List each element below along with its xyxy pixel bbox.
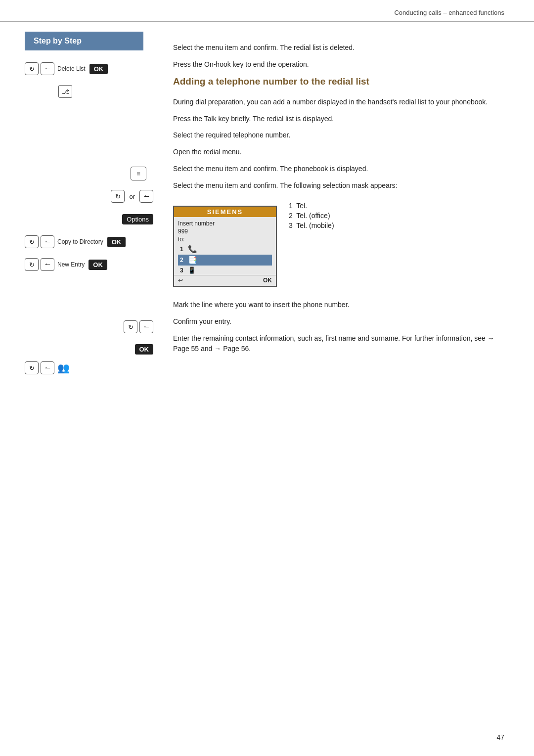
talk-key-row: ≡ xyxy=(25,164,158,183)
step4: Select the menu item and confirm. The ph… xyxy=(173,164,504,175)
tel-item-1: 1 Tel. xyxy=(289,202,334,210)
tel-list: 1 Tel. 2 Tel. (office) 3 Tel. (mobile) xyxy=(289,202,334,231)
scroll-up-icon[interactable]: ↼ xyxy=(41,62,54,75)
new-entry-label: New Entry xyxy=(57,261,85,268)
scroll-down-icon4[interactable]: ↻ xyxy=(25,258,39,271)
options-button[interactable]: Options xyxy=(122,214,153,224)
contact-book-icon: 👥 xyxy=(57,362,70,374)
tel-label-1: Tel. xyxy=(296,202,307,210)
or-row: ↻ or ↼ xyxy=(25,187,158,206)
phone-to-label: to: xyxy=(178,236,272,243)
new-entry-icons: ↻ ↼ xyxy=(25,258,54,271)
step-confirm: Confirm your entry. xyxy=(173,316,504,327)
phone-item-2[interactable]: 2 📑 xyxy=(178,255,272,266)
delete-list-desc: Select the menu item and confirm. The re… xyxy=(173,43,504,53)
delete-list-row: ↻ ↼ Delete List OK xyxy=(25,59,158,78)
phone-footer: ↩ OK xyxy=(174,275,276,286)
scroll-up-icon2[interactable]: ↼ xyxy=(139,190,153,203)
delete-list-ok[interactable]: OK xyxy=(89,64,108,74)
phone-office-icon: 📑 xyxy=(188,256,197,265)
step5: Select the menu item and confirm. The fo… xyxy=(173,180,504,191)
tel-num-2: 2 xyxy=(289,212,293,220)
scroll-up-icon3[interactable]: ↼ xyxy=(41,235,54,248)
copy-dir-ok[interactable]: OK xyxy=(107,237,126,247)
phone-item-num-3: 3 xyxy=(180,267,186,274)
phone-item-3[interactable]: 3 📱 xyxy=(178,266,272,275)
page-header: Conducting calls – enhanced functions xyxy=(0,0,534,22)
tel-item-3: 3 Tel. (mobile) xyxy=(289,222,334,229)
phone-display: SIEMENS Insert number 999 to: 1 📞 2 📑 xyxy=(173,206,277,287)
right-column: Select the menu item and confirm. The re… xyxy=(158,22,534,739)
scroll-down-icon6[interactable]: ↻ xyxy=(25,361,39,374)
step2: Select the required telephone number. xyxy=(173,130,504,141)
tel-num-3: 3 xyxy=(289,222,293,229)
new-entry-row: ↻ ↼ New Entry OK xyxy=(25,255,158,274)
left-column: Step by Step ↻ ↼ Delete List OK ⎇ ≡ ↻ or… xyxy=(0,22,158,739)
mark-line-row: ↻ ↼ xyxy=(25,317,158,336)
copy-to-directory-label: Copy to Directory xyxy=(57,238,103,245)
phone-tel-icon: 📞 xyxy=(188,245,197,254)
or-text: or xyxy=(129,193,135,200)
delete-list-label: Delete List xyxy=(57,65,86,72)
new-entry-ok[interactable]: OK xyxy=(89,260,107,270)
phone-number: 999 xyxy=(178,228,272,235)
on-hook-desc: Press the On-hook key to end the operati… xyxy=(173,59,504,70)
step-mark: Mark the line where you want to insert t… xyxy=(173,300,504,311)
header-text: Conducting calls – enhanced functions xyxy=(394,9,504,16)
tel-item-2: 2 Tel. (office) xyxy=(289,212,334,220)
para1: During dial preparation, you can add a n… xyxy=(173,97,504,108)
contact-info-row: ↻ ↼ 👥 xyxy=(25,358,158,377)
phone-insert-label: Insert number xyxy=(178,220,272,227)
section-title: Adding a telephone number to the redial … xyxy=(173,76,504,88)
step-by-step-label: Step by Step xyxy=(25,32,143,50)
scroll-up-icon4[interactable]: ↼ xyxy=(41,258,54,271)
step3: Open the redial menu. xyxy=(173,147,504,158)
tel-label-3: Tel. (mobile) xyxy=(296,222,334,229)
tel-num-1: 1 xyxy=(289,202,293,210)
tel-label-2: Tel. (office) xyxy=(296,212,330,220)
phone-back-icon[interactable]: ↩ xyxy=(178,277,183,284)
scroll-down-icon5[interactable]: ↻ xyxy=(124,320,137,333)
phone-brand: SIEMENS xyxy=(174,207,276,217)
confirm-ok-row: OK xyxy=(25,344,158,355)
contact-icons: ↻ ↼ xyxy=(25,361,54,374)
copy-dir-icons: ↻ ↼ xyxy=(25,235,54,248)
phone-item-num-1: 1 xyxy=(180,246,186,253)
step1: Press the Talk key briefly. The redial l… xyxy=(173,114,504,125)
phone-body: Insert number 999 to: 1 📞 2 📑 3 📱 xyxy=(174,217,276,275)
display-area: SIEMENS Insert number 999 to: 1 📞 2 📑 xyxy=(173,197,504,296)
delete-list-icons: ↻ ↼ xyxy=(25,62,54,75)
phone-ok[interactable]: OK xyxy=(263,277,272,284)
menu-icon[interactable]: ≡ xyxy=(131,167,146,180)
scroll-up-icon6[interactable]: ↼ xyxy=(41,361,54,374)
phone-item-num-2: 2 xyxy=(180,257,186,264)
scroll-up-icon5[interactable]: ↼ xyxy=(139,320,153,333)
phone-item-1[interactable]: 1 📞 xyxy=(178,244,272,255)
onhook-row: ⎇ xyxy=(58,82,158,101)
scroll-down-icon2[interactable]: ↻ xyxy=(111,190,125,203)
scroll-down-icon[interactable]: ↻ xyxy=(25,62,39,75)
options-row: Options xyxy=(25,210,158,228)
phone-mobile-icon: 📱 xyxy=(188,267,196,274)
step-contact: Enter the remaining contact information,… xyxy=(173,333,504,355)
copy-to-directory-row: ↻ ↼ Copy to Directory OK xyxy=(25,232,158,251)
scroll-down-icon3[interactable]: ↻ xyxy=(25,235,39,248)
confirm-ok-button[interactable]: OK xyxy=(135,344,154,355)
onhook-icon[interactable]: ⎇ xyxy=(58,85,72,98)
page-number: 47 xyxy=(496,733,504,741)
